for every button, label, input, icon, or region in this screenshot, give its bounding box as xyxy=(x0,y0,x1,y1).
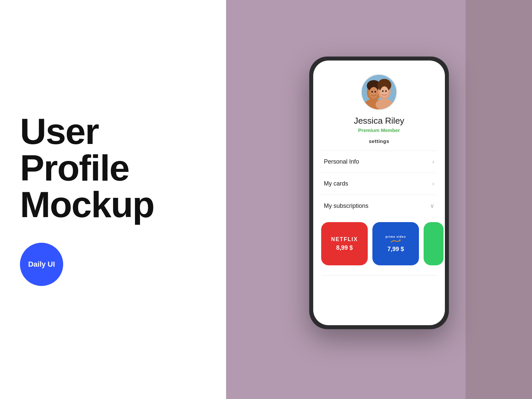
svg-point-8 xyxy=(374,91,376,93)
title-line-2: Profile xyxy=(20,147,129,188)
green-subscription-card[interactable] xyxy=(424,222,444,265)
title-line-3: Mockup xyxy=(20,184,154,225)
menu-list: Personal Info › My cards › My subscripti… xyxy=(313,151,445,217)
phone-wrapper: Jessica Riley Premium Member settings Pe… xyxy=(309,63,449,336)
chevron-right-icon: › xyxy=(432,158,434,165)
svg-point-7 xyxy=(371,91,373,93)
personal-info-label: Personal Info xyxy=(324,158,359,165)
prime-video-card[interactable]: prime video 7,99 $ xyxy=(372,222,419,265)
chevron-down-icon: ∨ xyxy=(430,202,434,209)
menu-item-personal-info[interactable]: Personal Info › xyxy=(321,151,437,173)
subscriptions-cards: NETFLIX 8,99 $ prime video 7,99 $ xyxy=(313,217,445,271)
prime-price: 7,99 $ xyxy=(387,246,404,253)
chevron-right-icon-2: › xyxy=(432,180,434,187)
my-subscriptions-label: My subscriptions xyxy=(324,202,368,209)
svg-point-3 xyxy=(369,87,378,98)
title-line-1: User xyxy=(20,111,99,152)
prime-arrow-icon xyxy=(390,239,401,244)
netflix-price: 8,99 $ xyxy=(336,244,353,251)
netflix-logo: NETFLIX xyxy=(331,236,358,242)
user-status-badge: Premium Member xyxy=(358,127,400,133)
badge-label: Daily UI xyxy=(28,260,55,269)
user-name: Jessica Riley xyxy=(354,116,404,126)
svg-point-9 xyxy=(382,90,384,92)
menu-item-my-cards[interactable]: My cards › xyxy=(321,173,437,195)
left-panel: User Profile Mockup Daily UI xyxy=(0,0,226,399)
right-panel: Jessica Riley Premium Member settings Pe… xyxy=(226,0,532,399)
netflix-card[interactable]: NETFLIX 8,99 $ xyxy=(321,222,368,265)
hero-title: User Profile Mockup xyxy=(20,113,206,223)
daily-ui-badge: Daily UI xyxy=(20,243,63,286)
my-cards-label: My cards xyxy=(324,180,348,187)
bottom-divider xyxy=(321,275,437,276)
menu-item-my-subscriptions[interactable]: My subscriptions ∨ xyxy=(321,195,437,217)
settings-label: settings xyxy=(369,138,389,144)
phone-mockup: Jessica Riley Premium Member settings Pe… xyxy=(309,57,449,329)
avatar xyxy=(361,74,397,110)
prime-video-label: prime video xyxy=(385,235,406,238)
phone-screen: Jessica Riley Premium Member settings Pe… xyxy=(313,61,445,325)
avatar-art xyxy=(362,75,396,109)
svg-point-10 xyxy=(385,90,387,92)
